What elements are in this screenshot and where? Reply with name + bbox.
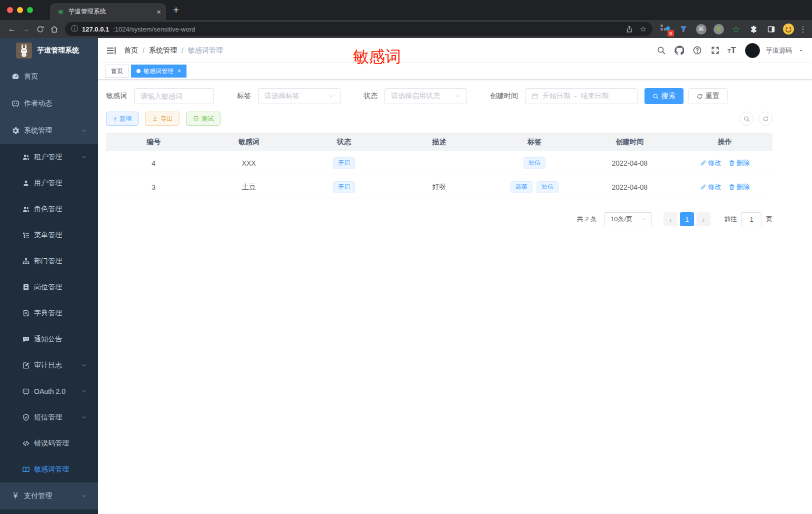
chevron-down-icon <box>454 93 460 99</box>
next-page-button[interactable]: › <box>696 212 710 226</box>
side-panel-icon[interactable] <box>766 24 776 35</box>
share-icon[interactable] <box>626 26 633 33</box>
url-bar[interactable]: ⓘ 127.0.0.1 :1024/system/sensitive-word … <box>65 22 652 36</box>
code-icon <box>22 439 30 447</box>
chevron-down-icon <box>328 93 334 99</box>
help-icon[interactable] <box>692 45 704 57</box>
sidebar-item-notice[interactable]: 通知公告 <box>0 326 98 352</box>
sidebar-item-oauth[interactable]: OAuth 2.0 <box>0 378 98 404</box>
header-search-icon[interactable] <box>656 45 668 57</box>
sidebar-item-system[interactable]: 系统管理 <box>0 117 98 144</box>
refresh-table-button[interactable] <box>758 112 772 126</box>
sidebar-item-menu[interactable]: 菜单管理 <box>0 222 98 248</box>
table-row: 4 XXX 开启 短信 2022-04-08 修改 删除 <box>106 151 772 175</box>
prev-page-button[interactable]: ‹ <box>664 212 678 226</box>
edit-icon <box>700 184 706 190</box>
tag-tab-sensitive-word[interactable]: 敏感词管理 × <box>131 65 186 78</box>
sidebar-item-home[interactable]: 首页 <box>0 63 98 90</box>
delete-label: 删除 <box>736 159 750 168</box>
goto-unit: 页 <box>766 215 772 224</box>
extensions-puzzle-icon[interactable] <box>748 24 759 35</box>
home-button[interactable] <box>47 22 61 36</box>
tag-tab-home[interactable]: 首页 <box>106 65 128 78</box>
new-tab-button[interactable]: + <box>173 4 179 16</box>
extension-funnel-icon[interactable] <box>678 24 689 35</box>
tag-select[interactable]: 请选择标签 <box>258 88 340 104</box>
sidebar-item-author-news[interactable]: 作者动态 <box>0 90 98 117</box>
test-button[interactable]: 测试 <box>186 112 220 126</box>
export-button[interactable]: 导出 <box>145 112 180 126</box>
sidebar-item-error-code[interactable]: 错误码管理 <box>0 430 98 456</box>
main-area: 首页 / 系统管理 / 敏感词管理 TT 芋道源码 <box>98 38 812 514</box>
font-size-icon[interactable]: TT <box>728 46 736 56</box>
status-select[interactable]: 请选择启用状态 <box>384 88 467 104</box>
breadcrumb-system[interactable]: 系统管理 <box>149 46 177 55</box>
sidebar-item-label: 敏感词管理 <box>34 465 69 474</box>
favicon-plant-icon <box>57 8 64 16</box>
navbar-right: TT 芋道源码 <box>656 43 804 58</box>
sidebar-item-dept[interactable]: 部门管理 <box>0 248 98 274</box>
sidebar-item-role[interactable]: 角色管理 <box>0 196 98 222</box>
extension-command-icon[interactable]: ⌘ <box>696 24 706 35</box>
reset-button-label: 重置 <box>706 92 720 101</box>
keyword-input[interactable] <box>140 92 208 100</box>
delete-link[interactable]: 删除 <box>728 159 750 168</box>
sidebar-item-tenant[interactable]: 租户管理 <box>0 144 98 170</box>
profile-avatar-emoji[interactable] <box>783 24 794 35</box>
sidebar-item-dict[interactable]: 字典管理 <box>0 300 98 326</box>
back-button[interactable]: ← <box>5 22 19 36</box>
github-icon[interactable] <box>674 45 686 57</box>
hamburger-icon[interactable] <box>106 45 117 56</box>
browser-tab[interactable]: 芋道管理系统 × <box>50 3 166 20</box>
keyword-input-wrap <box>134 88 214 104</box>
sidebar-item-label: 通知公告 <box>34 335 62 344</box>
app-logo[interactable]: 芋道管理系统 <box>0 38 98 63</box>
close-window-button[interactable] <box>7 7 13 13</box>
delete-link[interactable]: 删除 <box>728 183 750 192</box>
forward-button[interactable]: → <box>19 22 33 36</box>
sidebar-item-post[interactable]: 岗位管理 <box>0 274 98 300</box>
extension-star-icon[interactable]: ☆ <box>730 24 742 35</box>
sidebar-item-audit-log[interactable]: 审计日志 <box>0 352 98 378</box>
sidebar-item-label: 岗位管理 <box>34 283 62 292</box>
minimize-window-button[interactable] <box>17 7 23 13</box>
reload-button[interactable] <box>33 22 47 36</box>
bookmark-star-icon[interactable]: ☆ <box>640 25 646 34</box>
add-button[interactable]: + 新增 <box>106 112 138 126</box>
caret-down-icon[interactable] <box>798 48 804 54</box>
edit-link[interactable]: 修改 <box>700 183 722 192</box>
cell-status: 开启 <box>296 157 392 169</box>
url-host: 127.0.0.1 <box>82 26 109 33</box>
user-avatar[interactable] <box>745 43 760 58</box>
tag-close-icon[interactable]: × <box>178 68 181 75</box>
zoom-window-button[interactable] <box>27 7 33 13</box>
sidebar-item-sensitive-word[interactable]: 敏感词管理 <box>0 456 98 482</box>
date-range-picker[interactable]: 开始日期 - 结束日期 <box>525 88 638 104</box>
browser-menu-icon[interactable]: ⋮ <box>799 25 807 34</box>
page-number-button[interactable]: 1 <box>680 212 694 226</box>
search-button[interactable]: 搜索 <box>644 88 684 104</box>
extension-recorder-icon[interactable] <box>713 24 724 35</box>
chevron-down-icon <box>81 493 87 499</box>
users-icon <box>22 153 30 161</box>
cell-actions: 修改 删除 <box>678 183 772 192</box>
goto-page-input[interactable] <box>741 212 762 226</box>
download-icon <box>152 116 158 122</box>
extension-diamond-icon[interactable]: ◆ 9 <box>660 24 672 35</box>
search-icon <box>652 93 659 100</box>
date-label: 创建时间 <box>490 92 518 101</box>
badge-icon <box>22 283 30 291</box>
sidebar-item-label: 审计日志 <box>34 361 62 370</box>
hide-search-button[interactable] <box>740 112 754 126</box>
reset-button[interactable]: 重置 <box>688 88 728 104</box>
site-info-icon[interactable]: ⓘ <box>71 25 78 34</box>
edit-link[interactable]: 修改 <box>700 159 722 168</box>
breadcrumb-home[interactable]: 首页 <box>124 46 138 55</box>
fullscreen-icon[interactable] <box>710 45 722 57</box>
data-table: 编号 敏感词 状态 描述 标签 创建时间 操作 4 XXX 开启 <box>106 133 772 199</box>
page-size-select[interactable]: 10条/页 <box>604 212 652 226</box>
tab-close-icon[interactable]: × <box>156 8 161 16</box>
sidebar-item-payment[interactable]: ¥ 支付管理 <box>0 482 98 509</box>
sidebar-item-sms[interactable]: 短信管理 <box>0 404 98 430</box>
sidebar-item-user[interactable]: 用户管理 <box>0 170 98 196</box>
